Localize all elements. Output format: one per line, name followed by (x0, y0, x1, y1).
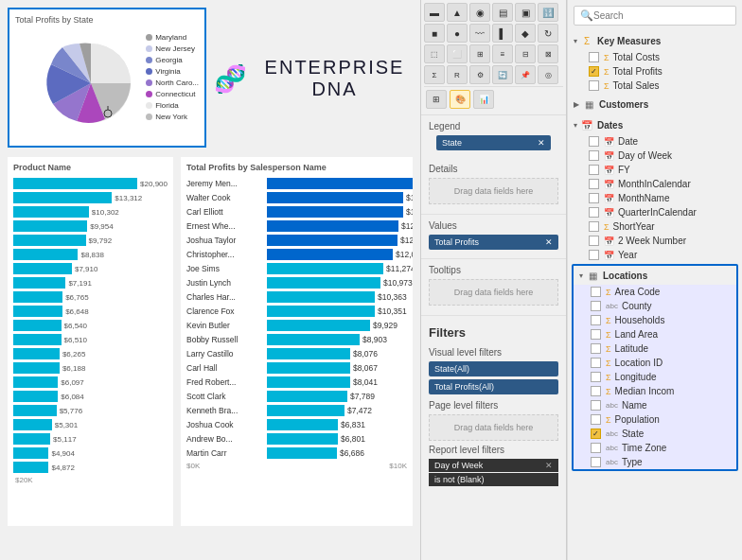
field-checkbox[interactable] (591, 315, 601, 325)
field-checkbox[interactable] (591, 343, 601, 354)
viz-icon[interactable]: ◉ (469, 3, 490, 22)
field-item[interactable]: ΣPopulation (574, 412, 736, 427)
search-input[interactable] (593, 10, 730, 21)
viz-icon[interactable]: Σ (424, 65, 445, 84)
field-checkbox[interactable] (589, 193, 599, 203)
field-checkbox[interactable] (591, 329, 601, 340)
field-item[interactable]: ✓ΣTotal Profits (568, 64, 742, 79)
viz-icon[interactable]: ▣ (515, 3, 536, 22)
product-bar (13, 263, 72, 274)
viz-icon[interactable]: ▲ (447, 3, 468, 22)
sp-bar (267, 320, 370, 331)
field-item[interactable]: ΣHouseholds (574, 313, 736, 327)
viz-icon[interactable]: ▬ (424, 3, 445, 22)
field-section-header[interactable]: ▾▦Locations (574, 266, 736, 285)
field-checkbox[interactable] (591, 358, 601, 368)
field-checkbox[interactable] (589, 236, 599, 246)
field-section-header[interactable]: ▶▦Customers (568, 95, 742, 114)
field-checkbox[interactable] (591, 414, 601, 425)
viz-icon[interactable]: ● (447, 24, 468, 43)
viz-icon[interactable]: ⊞ (469, 44, 490, 63)
field-checkbox[interactable] (591, 386, 601, 396)
viz-icon[interactable]: 🔄 (492, 65, 513, 84)
viz-icon[interactable]: ▤ (492, 3, 513, 22)
viz-icon[interactable]: 〰 (469, 24, 490, 43)
viz-icon[interactable]: ≡ (492, 44, 513, 63)
field-item[interactable]: ΣLongitude (574, 370, 736, 384)
field-checkbox[interactable] (591, 301, 601, 311)
field-item[interactable]: ΣLand Area (574, 327, 736, 341)
values-chip[interactable]: Total Profits ✕ (429, 235, 558, 250)
field-checkbox[interactable] (589, 221, 599, 232)
field-item[interactable]: ΣLocation ID (574, 356, 736, 370)
field-item[interactable]: 📅MonthInCalendar (568, 177, 742, 191)
field-item[interactable]: abcCounty (574, 299, 736, 313)
field-item[interactable]: ΣMedian Incom (574, 384, 736, 398)
field-type-icon: 📅 (604, 208, 614, 218)
field-item[interactable]: ✓abcState (574, 427, 736, 441)
field-checkbox[interactable] (591, 457, 601, 467)
field-section-header[interactable]: ▾📅Dates (568, 115, 742, 134)
product-chart[interactable]: Product Name $20,900 $13,312 $10,302 $9,… (8, 157, 173, 526)
field-checkbox[interactable] (589, 52, 599, 62)
field-item[interactable]: ΣTotal Sales (568, 79, 742, 93)
field-item[interactable]: 📅Day of Week (568, 149, 742, 163)
field-item[interactable]: ΣShortYear (568, 219, 742, 234)
field-checkbox[interactable] (589, 80, 599, 91)
viz-icon[interactable]: ◎ (538, 65, 558, 84)
day-filter[interactable]: Day of Week ✕ (429, 459, 558, 472)
field-item[interactable]: ΣLatitude (574, 341, 736, 356)
field-item[interactable]: abcTime Zone (574, 441, 736, 455)
field-item[interactable]: ΣTotal Costs (568, 50, 742, 64)
field-checkbox[interactable] (591, 372, 601, 382)
field-checkbox[interactable] (589, 150, 599, 161)
field-checkbox[interactable]: ✓ (591, 429, 601, 439)
values-title: Values (429, 220, 558, 231)
viz-icon[interactable]: ⬜ (447, 44, 468, 63)
viz-icon[interactable]: ⊠ (538, 44, 558, 63)
filter-icon[interactable]: ⊞ (426, 90, 447, 109)
field-checkbox[interactable]: ✓ (589, 66, 599, 77)
viz-icon[interactable]: 📌 (515, 65, 536, 84)
viz-icons: ▬▲◉▤▣🔢■●〰▌◆↻⬚⬜⊞≡⊟⊠ΣR⚙🔄📌◎ (424, 3, 563, 84)
viz-icon[interactable]: ⬚ (424, 44, 445, 63)
state-filter-chip[interactable]: State(All) (429, 361, 558, 376)
field-checkbox[interactable] (589, 136, 599, 147)
viz-icon[interactable]: ◆ (515, 24, 536, 43)
state-legend-chip[interactable]: State ✕ (436, 135, 551, 150)
field-item[interactable]: abcName (574, 398, 736, 412)
field-checkbox[interactable] (589, 207, 599, 218)
sp-value: $10,351 (378, 306, 407, 316)
field-item[interactable]: 📅Year (568, 248, 742, 262)
viz-icon[interactable]: ↻ (538, 24, 558, 43)
field-item[interactable]: 📅2 Week Number (568, 234, 742, 248)
day-filter-x[interactable]: ✕ (545, 461, 553, 470)
viz-icon[interactable]: ▌ (492, 24, 513, 43)
profits-filter-chip[interactable]: Total Profits(All) (429, 379, 558, 394)
pie-chart-container[interactable]: Total Profits by State (8, 8, 206, 148)
state-legend-x[interactable]: ✕ (538, 138, 545, 148)
field-item[interactable]: 📅MonthName (568, 191, 742, 205)
field-checkbox[interactable] (589, 179, 599, 189)
field-item[interactable]: 📅Date (568, 134, 742, 149)
sp-name: Kenneth Bra... (186, 406, 267, 415)
viz-icon[interactable]: ⊟ (515, 44, 536, 63)
field-checkbox[interactable] (591, 287, 601, 297)
field-checkbox[interactable] (591, 400, 601, 411)
viz-icon[interactable]: ■ (424, 24, 445, 43)
field-checkbox[interactable] (591, 443, 601, 453)
salesperson-chart[interactable]: Total Profits by Salesperson Name Jeremy… (181, 157, 413, 526)
viz-icon[interactable]: 🔢 (538, 3, 558, 22)
field-item[interactable]: abcType (574, 455, 736, 469)
field-section-header[interactable]: ▾ΣKey Measures (568, 31, 742, 50)
field-checkbox[interactable] (589, 165, 599, 175)
field-checkbox[interactable] (589, 250, 599, 260)
viz-icon[interactable]: ⚙ (469, 65, 490, 84)
field-item[interactable]: 📅FY (568, 163, 742, 177)
paint-icon[interactable]: 🎨 (450, 90, 470, 109)
viz-icon[interactable]: R (447, 65, 468, 84)
analytics-icon[interactable]: 📊 (473, 90, 494, 109)
field-item[interactable]: 📅QuarterInCalendar (568, 205, 742, 219)
field-item[interactable]: ΣArea Code (574, 285, 736, 299)
values-x[interactable]: ✕ (545, 237, 553, 247)
